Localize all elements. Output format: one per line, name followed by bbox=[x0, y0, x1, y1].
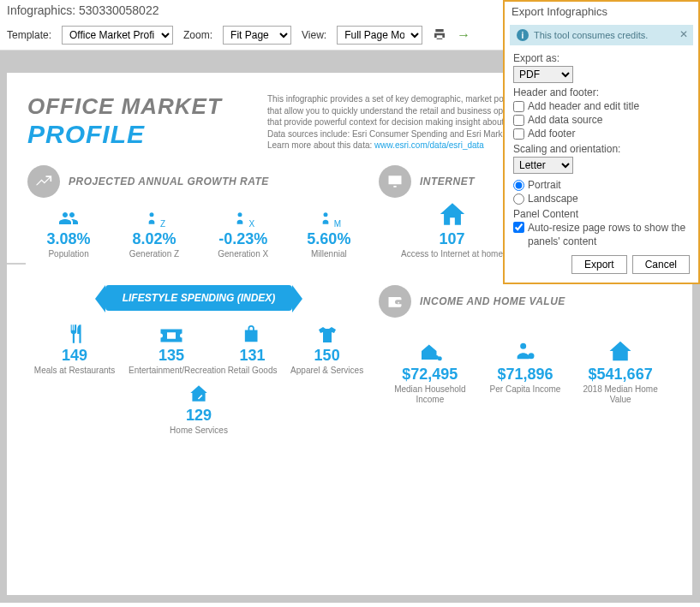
lifestyle-section: LIFESTYLE SPENDING (INDEX) 149 Meals at … bbox=[27, 285, 370, 439]
page-title-block: OFFICE MARKET PROFILE bbox=[27, 93, 250, 152]
desc-learn: Learn more about this data: bbox=[267, 140, 374, 150]
stat-label: Per Capita Income bbox=[490, 384, 561, 395]
run-icon[interactable]: → bbox=[457, 27, 470, 43]
person-x-icon: X bbox=[231, 206, 254, 229]
close-info-icon[interactable]: ✕ bbox=[679, 28, 688, 40]
person-z-icon: Z bbox=[143, 206, 165, 229]
stat-household-income: $72,495 Median Household Income bbox=[387, 342, 473, 405]
house-coins-icon bbox=[416, 342, 445, 364]
title-line1: OFFICE MARKET bbox=[27, 93, 250, 120]
stat-genz: Z 8.02% Generation Z bbox=[129, 206, 179, 259]
zoom-select[interactable]: Fit Page bbox=[223, 26, 291, 45]
growth-icon bbox=[27, 165, 60, 198]
stat-value: 107 bbox=[439, 230, 464, 248]
stat-label: Population bbox=[48, 249, 88, 259]
lifestyle-title: LIFESTYLE SPENDING (INDEX) bbox=[105, 285, 293, 311]
cancel-button[interactable]: Cancel bbox=[632, 255, 690, 274]
stat-label: Home Services bbox=[170, 425, 228, 436]
export-panel-title: Export Infographics bbox=[505, 2, 698, 21]
export-button[interactable]: Export bbox=[571, 255, 627, 274]
export-format-select[interactable]: PDF bbox=[513, 66, 573, 83]
house-value-icon bbox=[607, 342, 633, 364]
stat-value: 131 bbox=[240, 347, 266, 365]
stat-internet-home: 107 Access to Internet at home bbox=[384, 206, 520, 270]
template-label: Template: bbox=[7, 29, 51, 41]
stat-percapita: $71,896 Per Capita Income bbox=[490, 342, 561, 405]
stat-apparel: 150 Apparel & Services bbox=[290, 323, 363, 376]
monitor-icon bbox=[379, 165, 411, 198]
stat-entertainment: 135 Entertainment/Recreation bbox=[129, 323, 214, 376]
stat-label: Retail Goods bbox=[228, 366, 278, 376]
shopping-bag-icon bbox=[243, 323, 262, 345]
stat-label: Median Household Income bbox=[387, 384, 473, 405]
panel-content-label: Panel Content bbox=[513, 208, 690, 220]
chk-add-header-label: Add header and edit title bbox=[528, 100, 639, 112]
stat-label: 2018 Median Home Value bbox=[577, 384, 663, 405]
credits-info-bar: i This tool consumes credits. ✕ bbox=[510, 25, 693, 45]
wallet-icon bbox=[379, 285, 411, 318]
data-link[interactable]: www.esri.com/data/esri_data bbox=[374, 140, 484, 150]
home-wrench-icon bbox=[188, 383, 210, 405]
stat-label: Meals at Restaurants bbox=[34, 366, 116, 376]
stat-value: 149 bbox=[62, 347, 87, 365]
people-icon bbox=[57, 206, 81, 229]
income-title: INCOME AND HOME VALUE bbox=[420, 295, 565, 307]
person-dollar-icon bbox=[513, 342, 537, 364]
stat-label: Generation X bbox=[218, 249, 268, 259]
header-footer-label: Header and footer: bbox=[513, 86, 690, 98]
ticket-icon bbox=[159, 323, 184, 345]
chk-autoresize[interactable] bbox=[513, 222, 524, 233]
template-select[interactable]: Office Market Profile bbox=[62, 26, 173, 45]
radio-landscape-label: Landscape bbox=[528, 193, 578, 205]
title-line2: PROFILE bbox=[27, 120, 250, 149]
house-icon bbox=[438, 206, 467, 229]
chk-autoresize-label: Auto-resize page rows to show the panels… bbox=[528, 222, 690, 248]
stat-home-value: $541,667 2018 Median Home Value bbox=[577, 342, 663, 405]
stat-genx: X -0.23% Generation X bbox=[218, 206, 268, 259]
stat-value: 3.08% bbox=[47, 230, 91, 248]
shirt-icon bbox=[316, 323, 338, 345]
chk-add-footer[interactable] bbox=[513, 128, 524, 140]
growth-title: PROJECTED ANNUAL GROWTH RATE bbox=[69, 176, 269, 187]
stat-value: $71,896 bbox=[497, 366, 553, 384]
chk-add-source-label: Add data source bbox=[528, 114, 602, 126]
chk-add-source[interactable] bbox=[513, 115, 524, 126]
radio-portrait-label: Portrait bbox=[528, 179, 561, 191]
export-panel: Export Infographics i This tool consumes… bbox=[503, 0, 700, 284]
stat-label: Access to Internet at home bbox=[401, 249, 503, 259]
scaling-select[interactable]: Letter bbox=[513, 157, 573, 174]
person-m-icon: M bbox=[317, 206, 341, 229]
zoom-label: Zoom: bbox=[183, 29, 212, 41]
stat-label: Entertainment/Recreation bbox=[129, 366, 214, 376]
stat-label: Generation Z bbox=[129, 249, 179, 259]
stat-value: $72,495 bbox=[402, 366, 458, 384]
stat-label: Apparel & Services bbox=[290, 366, 363, 376]
stat-label: Millennial bbox=[311, 249, 347, 259]
stat-value: -0.23% bbox=[218, 230, 267, 248]
stat-value: 150 bbox=[314, 347, 340, 365]
stat-millennial: M 5.60% Millennial bbox=[307, 206, 350, 259]
credits-text: This tool consumes credits. bbox=[534, 30, 648, 40]
dining-icon bbox=[63, 323, 86, 345]
radio-landscape[interactable] bbox=[513, 193, 524, 205]
view-select[interactable]: Full Page Mode bbox=[337, 26, 422, 45]
growth-section: PROJECTED ANNUAL GROWTH RATE 3.08% Popul… bbox=[27, 165, 370, 273]
stat-meals: 149 Meals at Restaurants bbox=[34, 323, 116, 376]
income-section: INCOME AND HOME VALUE $72,495 Median Hou… bbox=[379, 285, 672, 439]
chk-add-header[interactable] bbox=[513, 101, 524, 112]
stat-population: 3.08% Population bbox=[47, 206, 91, 259]
radio-portrait[interactable] bbox=[513, 180, 524, 191]
stat-value: 135 bbox=[159, 347, 184, 365]
stat-retail: 131 Retail Goods bbox=[228, 323, 278, 376]
info-icon: i bbox=[517, 29, 529, 41]
stat-value: $541,667 bbox=[589, 366, 653, 384]
export-as-label: Export as: bbox=[513, 52, 690, 64]
stat-value: 8.02% bbox=[132, 230, 176, 248]
chk-add-footer-label: Add footer bbox=[528, 128, 575, 140]
stat-value: 5.60% bbox=[307, 230, 350, 248]
stat-homeservices: 129 Home Services bbox=[170, 383, 228, 436]
internet-title: INTERNET bbox=[420, 176, 475, 187]
print-icon[interactable] bbox=[433, 27, 446, 44]
stat-value: 129 bbox=[186, 407, 212, 425]
scaling-label: Scaling and orientation: bbox=[513, 143, 690, 155]
